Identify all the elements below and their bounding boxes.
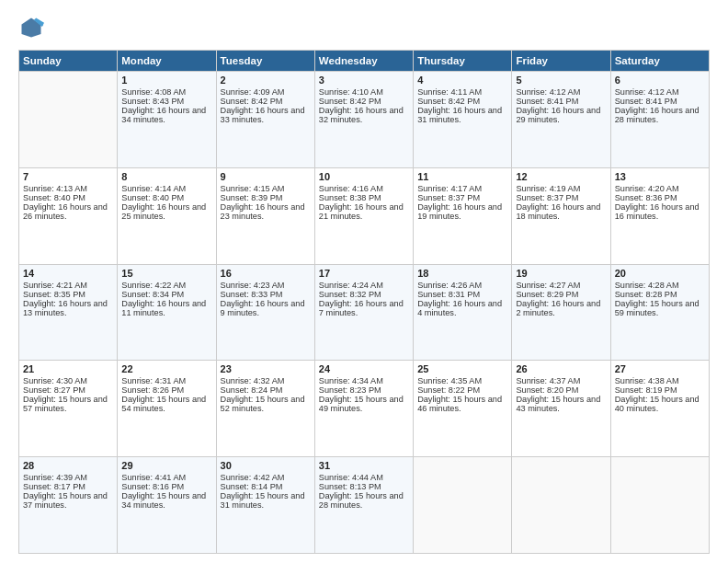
sunset-text: Sunset: 8:42 PM bbox=[417, 97, 507, 106]
sunrise-text: Sunrise: 4:22 AM bbox=[121, 281, 211, 290]
day-number: 13 bbox=[615, 171, 705, 182]
sunset-text: Sunset: 8:20 PM bbox=[516, 385, 606, 395]
sunrise-text: Sunrise: 4:23 AM bbox=[221, 281, 311, 290]
calendar-cell: 1Sunrise: 4:08 AMSunset: 8:43 PMDaylight… bbox=[118, 72, 216, 168]
sunset-text: Sunset: 8:23 PM bbox=[319, 385, 409, 395]
day-number: 25 bbox=[417, 363, 507, 374]
weekday-header: Sunday bbox=[19, 51, 118, 72]
daylight-text: Daylight: 16 hours and 16 minutes. bbox=[615, 202, 705, 221]
sunrise-text: Sunrise: 4:42 AM bbox=[221, 473, 311, 482]
daylight-text: Daylight: 16 hours and 28 minutes. bbox=[615, 106, 705, 124]
calendar-cell: 21Sunrise: 4:30 AMSunset: 8:27 PMDayligh… bbox=[19, 361, 118, 457]
sunrise-text: Sunrise: 4:21 AM bbox=[23, 281, 113, 290]
sunset-text: Sunset: 8:17 PM bbox=[23, 482, 113, 491]
sunset-text: Sunset: 8:22 PM bbox=[417, 385, 507, 395]
sunset-text: Sunset: 8:43 PM bbox=[121, 97, 211, 106]
calendar-cell: 22Sunrise: 4:31 AMSunset: 8:26 PMDayligh… bbox=[118, 361, 216, 457]
sunrise-text: Sunrise: 4:12 AM bbox=[516, 87, 606, 97]
sunset-text: Sunset: 8:42 PM bbox=[221, 97, 311, 106]
sunset-text: Sunset: 8:28 PM bbox=[615, 290, 705, 299]
weekday-header: Saturday bbox=[610, 51, 709, 72]
sunrise-text: Sunrise: 4:17 AM bbox=[417, 184, 507, 193]
calendar-cell: 9Sunrise: 4:15 AMSunset: 8:39 PMDaylight… bbox=[216, 167, 314, 264]
daylight-text: Daylight: 15 hours and 57 minutes. bbox=[23, 395, 113, 413]
weekday-header: Wednesday bbox=[314, 51, 413, 72]
sunrise-text: Sunrise: 4:41 AM bbox=[121, 473, 211, 482]
sunset-text: Sunset: 8:34 PM bbox=[121, 290, 211, 299]
day-number: 9 bbox=[221, 171, 311, 182]
calendar-cell: 16Sunrise: 4:23 AMSunset: 8:33 PMDayligh… bbox=[216, 264, 314, 361]
daylight-text: Daylight: 16 hours and 2 minutes. bbox=[516, 299, 606, 317]
sunset-text: Sunset: 8:13 PM bbox=[319, 482, 409, 491]
sunrise-text: Sunrise: 4:37 AM bbox=[516, 376, 606, 385]
daylight-text: Daylight: 15 hours and 40 minutes. bbox=[615, 395, 705, 413]
sunrise-text: Sunrise: 4:16 AM bbox=[319, 184, 409, 193]
sunset-text: Sunset: 8:29 PM bbox=[516, 290, 606, 299]
calendar-cell: 19Sunrise: 4:27 AMSunset: 8:29 PMDayligh… bbox=[512, 264, 610, 361]
calendar-cell: 17Sunrise: 4:24 AMSunset: 8:32 PMDayligh… bbox=[314, 264, 413, 361]
day-number: 5 bbox=[516, 75, 606, 86]
daylight-text: Daylight: 15 hours and 37 minutes. bbox=[23, 491, 113, 510]
sunset-text: Sunset: 8:16 PM bbox=[121, 482, 211, 491]
day-number: 24 bbox=[319, 363, 409, 374]
calendar-cell: 23Sunrise: 4:32 AMSunset: 8:24 PMDayligh… bbox=[216, 361, 314, 457]
daylight-text: Daylight: 15 hours and 31 minutes. bbox=[221, 491, 311, 510]
daylight-text: Daylight: 16 hours and 29 minutes. bbox=[516, 106, 606, 124]
sunrise-text: Sunrise: 4:34 AM bbox=[319, 376, 409, 385]
day-number: 16 bbox=[221, 268, 311, 279]
calendar-cell: 18Sunrise: 4:26 AMSunset: 8:31 PMDayligh… bbox=[414, 264, 512, 361]
calendar-cell: 24Sunrise: 4:34 AMSunset: 8:23 PMDayligh… bbox=[314, 361, 413, 457]
sunset-text: Sunset: 8:40 PM bbox=[121, 193, 211, 202]
weekday-header: Friday bbox=[512, 51, 610, 72]
day-number: 3 bbox=[319, 75, 409, 86]
daylight-text: Daylight: 16 hours and 4 minutes. bbox=[417, 299, 507, 317]
sunrise-text: Sunrise: 4:26 AM bbox=[417, 281, 507, 290]
daylight-text: Daylight: 16 hours and 9 minutes. bbox=[221, 299, 311, 317]
sunrise-text: Sunrise: 4:10 AM bbox=[319, 87, 409, 97]
calendar-cell: 20Sunrise: 4:28 AMSunset: 8:28 PMDayligh… bbox=[610, 264, 709, 361]
sunrise-text: Sunrise: 4:11 AM bbox=[417, 87, 507, 97]
day-number: 23 bbox=[221, 363, 311, 374]
sunset-text: Sunset: 8:39 PM bbox=[221, 193, 311, 202]
day-number: 14 bbox=[23, 268, 113, 279]
daylight-text: Daylight: 16 hours and 23 minutes. bbox=[221, 202, 311, 221]
logo-icon bbox=[18, 15, 44, 40]
calendar-week-row: 28Sunrise: 4:39 AMSunset: 8:17 PMDayligh… bbox=[19, 457, 710, 554]
day-number: 21 bbox=[23, 363, 113, 374]
sunrise-text: Sunrise: 4:30 AM bbox=[23, 376, 113, 385]
daylight-text: Daylight: 16 hours and 18 minutes. bbox=[516, 202, 606, 221]
sunset-text: Sunset: 8:42 PM bbox=[319, 97, 409, 106]
daylight-text: Daylight: 16 hours and 25 minutes. bbox=[121, 202, 211, 221]
sunset-text: Sunset: 8:27 PM bbox=[23, 385, 113, 395]
sunrise-text: Sunrise: 4:20 AM bbox=[615, 184, 705, 193]
logo bbox=[18, 15, 48, 40]
day-number: 1 bbox=[121, 75, 211, 86]
sunrise-text: Sunrise: 4:35 AM bbox=[417, 376, 507, 385]
calendar-cell bbox=[610, 457, 709, 554]
calendar-cell: 3Sunrise: 4:10 AMSunset: 8:42 PMDaylight… bbox=[314, 72, 413, 168]
sunset-text: Sunset: 8:41 PM bbox=[615, 97, 705, 106]
day-number: 4 bbox=[417, 75, 507, 86]
day-number: 19 bbox=[516, 268, 606, 279]
sunrise-text: Sunrise: 4:38 AM bbox=[615, 376, 705, 385]
sunrise-text: Sunrise: 4:09 AM bbox=[221, 87, 311, 97]
calendar-table: SundayMondayTuesdayWednesdayThursdayFrid… bbox=[18, 50, 710, 554]
daylight-text: Daylight: 16 hours and 19 minutes. bbox=[417, 202, 507, 221]
page: SundayMondayTuesdayWednesdayThursdayFrid… bbox=[0, 0, 728, 563]
daylight-text: Daylight: 16 hours and 11 minutes. bbox=[121, 299, 211, 317]
calendar-cell: 15Sunrise: 4:22 AMSunset: 8:34 PMDayligh… bbox=[118, 264, 216, 361]
calendar-cell: 6Sunrise: 4:12 AMSunset: 8:41 PMDaylight… bbox=[610, 72, 709, 168]
sunrise-text: Sunrise: 4:15 AM bbox=[221, 184, 311, 193]
day-number: 8 bbox=[121, 171, 211, 182]
calendar-cell: 5Sunrise: 4:12 AMSunset: 8:41 PMDaylight… bbox=[512, 72, 610, 168]
daylight-text: Daylight: 15 hours and 54 minutes. bbox=[121, 395, 211, 413]
daylight-text: Daylight: 16 hours and 34 minutes. bbox=[121, 106, 211, 124]
calendar-week-row: 21Sunrise: 4:30 AMSunset: 8:27 PMDayligh… bbox=[19, 361, 710, 457]
calendar-week-row: 1Sunrise: 4:08 AMSunset: 8:43 PMDaylight… bbox=[19, 72, 710, 168]
day-number: 22 bbox=[121, 363, 211, 374]
day-number: 12 bbox=[516, 171, 606, 182]
calendar-cell: 13Sunrise: 4:20 AMSunset: 8:36 PMDayligh… bbox=[610, 167, 709, 264]
calendar-cell bbox=[19, 72, 118, 168]
day-number: 18 bbox=[417, 268, 507, 279]
daylight-text: Daylight: 16 hours and 21 minutes. bbox=[319, 202, 409, 221]
